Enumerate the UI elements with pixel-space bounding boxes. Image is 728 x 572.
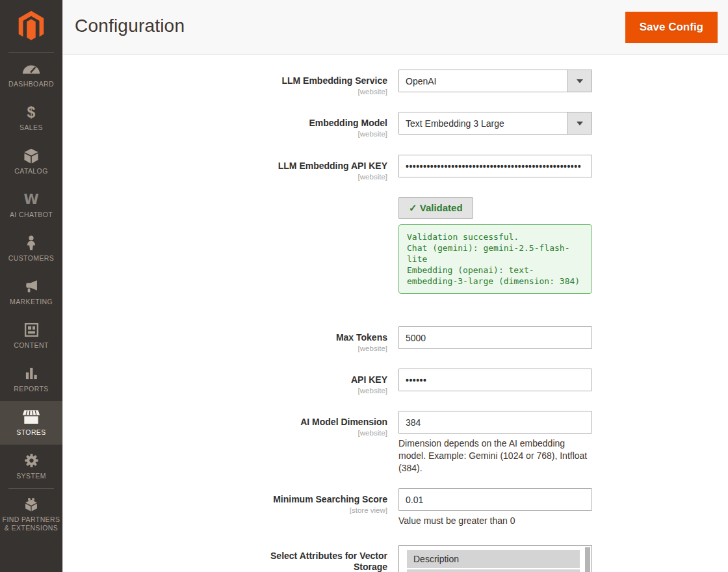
validation-row: ✓ Validated Validation successful. Chat … bbox=[63, 197, 728, 294]
field-scope: [website] bbox=[63, 130, 387, 138]
sidebar-item-label: CUSTOMERS bbox=[7, 254, 56, 263]
api-key-input[interactable] bbox=[398, 369, 592, 391]
sidebar-item-content[interactable]: CONTENT bbox=[0, 314, 62, 358]
sidebar-item-ai-chatbot[interactable]: W AI CHATBOT bbox=[0, 183, 62, 227]
ai-chatbot-icon: W bbox=[23, 192, 38, 207]
select-value: Text Embedding 3 Large bbox=[399, 118, 504, 129]
field-row-ai-model-dimension: AI Model Dimension [website] Dimension d… bbox=[63, 411, 728, 474]
multiselect-option-description[interactable]: Description bbox=[407, 550, 580, 568]
sidebar-item-label: SYSTEM bbox=[15, 472, 47, 480]
config-form: LLM Embedding Service [website] OpenAI E… bbox=[63, 55, 728, 572]
minimum-searching-score-input[interactable] bbox=[398, 488, 592, 511]
sidebar-item-dashboard[interactable]: DASHBOARD bbox=[0, 53, 62, 96]
field-scope: [website] bbox=[63, 387, 387, 395]
llm-embedding-service-select[interactable]: OpenAI bbox=[398, 70, 592, 92]
page-header: Configuration Save Config bbox=[63, 0, 728, 55]
sidebar-item-label: CONTENT bbox=[12, 341, 50, 350]
field-label: Select Attributes for Vector Storage bbox=[246, 551, 387, 572]
marketing-icon bbox=[23, 279, 40, 294]
field-scope: [store view] bbox=[63, 506, 387, 514]
system-icon bbox=[23, 453, 40, 469]
vector-attributes-multiselect[interactable]: Description Short Description bbox=[398, 545, 592, 572]
field-label: Max Tokens bbox=[336, 332, 387, 343]
sidebar-item-marketing[interactable]: MARKETING bbox=[0, 270, 62, 314]
field-row-vector-attributes: Select Attributes for Vector Storage [st… bbox=[63, 545, 728, 572]
field-note: Value must be greater than 0 bbox=[398, 515, 592, 527]
field-scope: [website] bbox=[63, 344, 387, 352]
sidebar-item-find-partners[interactable]: FIND PARTNERS & EXTENSIONS bbox=[0, 489, 62, 540]
llm-embedding-api-key-input[interactable] bbox=[398, 155, 592, 177]
field-row-embedding-model: Embedding Model [website] Text Embedding… bbox=[63, 112, 728, 138]
sidebar-item-stores[interactable]: STORES bbox=[0, 401, 62, 445]
extensions-icon bbox=[23, 497, 40, 512]
field-label: AI Model Dimension bbox=[300, 417, 387, 428]
select-value: OpenAI bbox=[399, 76, 436, 86]
sales-icon: $ bbox=[27, 105, 36, 120]
field-label: Minimum Searching Score bbox=[273, 494, 387, 505]
magento-logo[interactable] bbox=[0, 0, 62, 52]
multiselect-option-short-description[interactable]: Short Description bbox=[407, 569, 580, 572]
max-tokens-input[interactable] bbox=[398, 326, 592, 349]
chevron-down-icon[interactable] bbox=[567, 112, 592, 134]
scrollbar-thumb[interactable] bbox=[585, 547, 590, 572]
dashboard-icon bbox=[21, 61, 41, 77]
field-row-llm-embedding-api-key: LLM Embedding API KEY [website] bbox=[63, 155, 728, 181]
field-label: API KEY bbox=[351, 374, 387, 385]
field-label: LLM Embedding API KEY bbox=[278, 161, 387, 172]
field-label: Embedding Model bbox=[309, 118, 387, 129]
sidebar-item-system[interactable]: SYSTEM bbox=[0, 445, 62, 488]
sidebar-item-label: CATALOG bbox=[13, 167, 49, 176]
chevron-down-icon[interactable] bbox=[567, 70, 592, 92]
field-row-max-tokens: Max Tokens [website] bbox=[63, 326, 728, 352]
stores-icon bbox=[22, 410, 40, 425]
sidebar-item-catalog[interactable]: CATALOG bbox=[0, 140, 62, 183]
field-scope: [website] bbox=[63, 429, 387, 437]
field-note: Dimension depends on the AI embedding mo… bbox=[398, 437, 592, 474]
ai-model-dimension-input[interactable] bbox=[398, 411, 592, 434]
sidebar-item-sales[interactable]: $ SALES bbox=[0, 96, 62, 140]
embedding-model-select[interactable]: Text Embedding 3 Large bbox=[398, 112, 592, 135]
sidebar-item-label: SALES bbox=[18, 124, 44, 132]
sidebar-item-label: FIND PARTNERS & EXTENSIONS bbox=[0, 515, 62, 532]
validation-message: Validation successful. Chat (gemini): ge… bbox=[398, 224, 592, 294]
admin-sidebar: DASHBOARD $ SALES CATALOG W AI CHATBOT C… bbox=[0, 0, 62, 572]
reports-icon bbox=[23, 366, 40, 382]
sidebar-item-reports[interactable]: REPORTS bbox=[0, 358, 62, 401]
customers-icon bbox=[23, 235, 39, 251]
main-area: Configuration Save Config LLM Embedding … bbox=[62, 0, 728, 572]
sidebar-item-label: STORES bbox=[15, 428, 47, 437]
field-row-llm-embedding-service: LLM Embedding Service [website] OpenAI bbox=[63, 70, 728, 96]
validated-button[interactable]: ✓ Validated bbox=[398, 197, 473, 219]
sidebar-item-label: REPORTS bbox=[12, 385, 49, 393]
save-config-button[interactable]: Save Config bbox=[625, 12, 718, 43]
content-icon bbox=[23, 322, 40, 338]
field-row-api-key: API KEY [website] bbox=[63, 369, 728, 395]
sidebar-item-label: DASHBOARD bbox=[7, 80, 55, 88]
field-scope: [website] bbox=[63, 88, 387, 96]
sidebar-item-customers[interactable]: CUSTOMERS bbox=[0, 227, 62, 270]
field-row-minimum-searching-score: Minimum Searching Score [store view] Val… bbox=[63, 488, 728, 527]
sidebar-item-label: AI CHATBOT bbox=[8, 211, 54, 219]
field-scope: [website] bbox=[63, 173, 387, 181]
multiselect-scrollbar[interactable] bbox=[585, 547, 590, 572]
sidebar-item-label: MARKETING bbox=[8, 298, 54, 306]
catalog-icon bbox=[23, 148, 40, 164]
field-label: LLM Embedding Service bbox=[281, 75, 387, 86]
